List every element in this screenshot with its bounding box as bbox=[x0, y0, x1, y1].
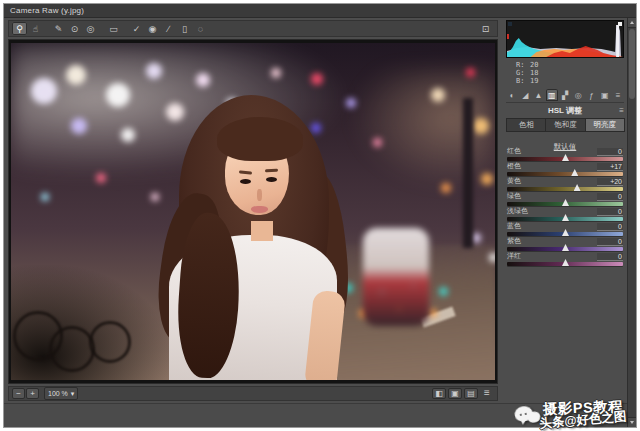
highlight-clipping-indicator[interactable] bbox=[618, 22, 622, 26]
slider-track[interactable] bbox=[507, 262, 623, 266]
tab-hsl-grayscale-icon[interactable]: ▥ bbox=[546, 89, 558, 101]
hsl-panel-header: HSL 调整 ≡ bbox=[502, 105, 628, 117]
panel-tab-bar: ◐◢▲▥▞◎ƒ▣≡ bbox=[506, 89, 624, 103]
screenshot-root: Camera Raw (y.jpg) ⚲☝✎⊙◎▭✓◉∕▯◌ ⊡ bbox=[0, 0, 640, 431]
slider-track[interactable] bbox=[507, 217, 623, 221]
slider-label-row: 蓝色0 bbox=[507, 222, 623, 231]
shadow-clipping-indicator[interactable] bbox=[508, 22, 512, 26]
photo bbox=[11, 43, 495, 380]
slider-label: 黄色 bbox=[507, 176, 521, 186]
slider-value-field[interactable]: +17 bbox=[597, 163, 623, 171]
slider-track[interactable] bbox=[507, 202, 623, 206]
slider-label: 浅绿色 bbox=[507, 206, 528, 216]
rgb-readout: R:20G:18B:19 bbox=[516, 61, 628, 85]
hsl-slider-blue: 蓝色0 bbox=[507, 222, 623, 236]
preview-settings-icon[interactable]: ▤ bbox=[464, 388, 478, 399]
tab-split-toning-icon[interactable]: ▞ bbox=[559, 89, 571, 101]
slider-value-field[interactable]: 0 bbox=[597, 253, 623, 261]
bokeh-light bbox=[373, 138, 382, 147]
window-content: ⚲☝✎⊙◎▭✓◉∕▯◌ ⊡ bbox=[4, 18, 636, 427]
photo-pole bbox=[463, 98, 473, 248]
tab-detail-icon[interactable]: ▲ bbox=[533, 89, 545, 101]
histogram[interactable] bbox=[506, 20, 624, 58]
zoom-tool-icon[interactable]: ⚲ bbox=[12, 22, 27, 35]
slider-label: 洋红 bbox=[507, 251, 521, 261]
bokeh-light bbox=[106, 83, 130, 107]
spot-removal-tool-icon[interactable]: ✓ bbox=[129, 22, 144, 35]
slider-label: 橙色 bbox=[507, 161, 521, 171]
woman-neck bbox=[251, 221, 273, 241]
slider-label-row: 绿色0 bbox=[507, 192, 623, 201]
hsl-subtab[interactable]: 饱和度 bbox=[545, 118, 585, 132]
bokeh-light bbox=[71, 118, 87, 134]
bokeh-light bbox=[196, 73, 210, 87]
slider-value-field[interactable]: 0 bbox=[597, 193, 623, 201]
adjustment-brush-tool-icon[interactable]: ∕ bbox=[161, 22, 176, 35]
slider-value-field[interactable]: 0 bbox=[597, 148, 623, 156]
slider-track[interactable] bbox=[507, 232, 623, 236]
preview-buttons-group: ◧▣▤≡ bbox=[430, 388, 494, 399]
scrollbar-up-arrow[interactable] bbox=[628, 18, 636, 28]
before-after-view-icon[interactable]: ◧ bbox=[432, 388, 446, 399]
slider-label-row: 紫色0 bbox=[507, 237, 623, 246]
bokeh-light bbox=[431, 88, 445, 102]
slider-label: 绿色 bbox=[507, 191, 521, 201]
scrollbar-thumb[interactable] bbox=[629, 29, 635, 99]
apply-snapshot-icon[interactable]: ▣ bbox=[448, 388, 462, 399]
tab-presets-icon[interactable]: ≡ bbox=[612, 89, 624, 101]
reset-defaults-link[interactable]: 默认值 bbox=[554, 142, 577, 151]
white-balance-tool-icon[interactable]: ✎ bbox=[51, 22, 66, 35]
rgb-readout-row: G:18 bbox=[516, 69, 628, 77]
targeted-adjustment-tool-icon[interactable]: ◎ bbox=[83, 22, 98, 35]
slider-track[interactable] bbox=[507, 247, 623, 251]
radial-filter-tool-icon[interactable]: ◌ bbox=[193, 22, 208, 35]
panel-scrollbar[interactable] bbox=[627, 18, 636, 427]
tab-camera-calibration-icon[interactable]: ▣ bbox=[599, 89, 611, 101]
slider-value-field[interactable]: 0 bbox=[597, 208, 623, 216]
preview-menu-icon[interactable]: ≡ bbox=[480, 388, 494, 399]
slider-label-row: 浅绿色0 bbox=[507, 207, 623, 216]
slider-track[interactable] bbox=[507, 157, 623, 161]
slider-label-row: 橙色+17 bbox=[507, 162, 623, 171]
bokeh-light bbox=[346, 98, 356, 108]
bokeh-light bbox=[481, 173, 493, 185]
hsl-subtab[interactable]: 明亮度 bbox=[585, 118, 625, 132]
tab-basic-icon[interactable]: ◐ bbox=[506, 89, 518, 101]
hsl-slider-magenta: 洋红0 bbox=[507, 252, 623, 266]
hand-tool-icon[interactable]: ☝ bbox=[28, 22, 43, 35]
zoom-in-button[interactable]: + bbox=[26, 388, 39, 399]
slider-label: 红色 bbox=[507, 146, 521, 156]
slider-track[interactable] bbox=[507, 187, 623, 191]
tools-group: ⚲☝✎⊙◎▭✓◉∕▯◌ bbox=[12, 22, 209, 35]
color-sampler-tool-icon[interactable]: ⊙ bbox=[67, 22, 82, 35]
bokeh-light bbox=[466, 68, 475, 77]
slider-track[interactable] bbox=[507, 172, 623, 176]
slider-label: 蓝色 bbox=[507, 221, 521, 231]
wechat-icon bbox=[513, 401, 543, 429]
tab-tone-curve-icon[interactable]: ◢ bbox=[519, 89, 531, 101]
zoom-out-button[interactable]: − bbox=[12, 388, 25, 399]
crop-tool-icon[interactable]: ▭ bbox=[106, 22, 121, 35]
woman-nose bbox=[257, 189, 262, 201]
wechat-bubble-tail bbox=[520, 419, 527, 425]
image-preview-area[interactable] bbox=[8, 39, 498, 384]
red-eye-removal-tool-icon[interactable]: ◉ bbox=[145, 22, 160, 35]
slider-value-field[interactable]: 0 bbox=[597, 223, 623, 231]
graduated-filter-tool-icon[interactable]: ▯ bbox=[177, 22, 192, 35]
hsl-panel-title: HSL 调整 bbox=[548, 106, 582, 115]
window-titlebar[interactable]: Camera Raw (y.jpg) bbox=[4, 4, 636, 18]
photo-motorbike bbox=[363, 228, 429, 326]
zoom-level-select[interactable]: 100 % ▾ bbox=[44, 387, 78, 400]
slider-value-field[interactable]: +20 bbox=[597, 178, 623, 186]
tab-lens-corrections-icon[interactable]: ◎ bbox=[572, 89, 584, 101]
panel-menu-icon[interactable]: ≡ bbox=[619, 105, 624, 117]
hsl-subtab[interactable]: 色相 bbox=[506, 118, 546, 132]
tools-toolbar: ⚲☝✎⊙◎▭✓◉∕▯◌ ⊡ bbox=[8, 20, 498, 37]
adjustments-panel: R:20G:18B:19 ◐◢▲▥▞◎ƒ▣≡ HSL 调整 ≡ 色相饱和度明亮度… bbox=[502, 20, 628, 427]
bokeh-light bbox=[489, 253, 495, 262]
bokeh-light bbox=[121, 128, 135, 142]
slider-value-field[interactable]: 0 bbox=[597, 238, 623, 246]
hsl-slider-orange: 橙色+17 bbox=[507, 162, 623, 176]
tab-effects-icon[interactable]: ƒ bbox=[586, 89, 598, 101]
toggle-fullscreen-icon[interactable]: ⊡ bbox=[478, 22, 493, 35]
